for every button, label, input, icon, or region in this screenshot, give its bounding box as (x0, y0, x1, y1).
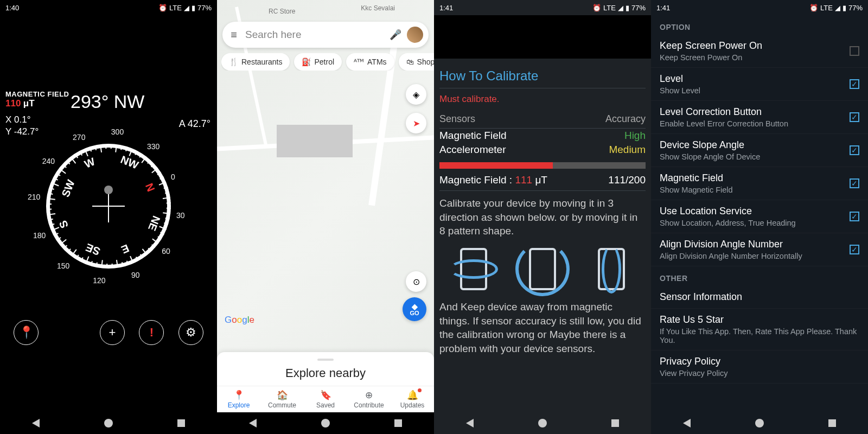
magnetic-bar-fill (439, 162, 553, 169)
layers-button[interactable]: ◈ (406, 84, 426, 105)
add-button[interactable]: + (100, 320, 125, 345)
tab-updates[interactable]: 🔔Updates (391, 390, 434, 409)
degree-label: 210 (28, 193, 40, 201)
category-chip[interactable]: ⛽Petrol (294, 53, 342, 71)
setting-row[interactable]: Use Location ServiceShow Location, Addre… (651, 200, 868, 233)
recents-icon[interactable] (828, 419, 836, 427)
a-angle: A 42.7° (179, 118, 210, 130)
map-label: Kkc Sevalai (361, 4, 395, 12)
gear-icon: ⚙ (186, 326, 196, 340)
menu-icon[interactable]: ≡ (228, 29, 240, 41)
nav-bar (434, 412, 651, 434)
recents-icon[interactable] (394, 419, 402, 427)
drag-handle-icon[interactable] (317, 359, 334, 361)
degree-label: 120 (93, 276, 105, 285)
chip-label: ATMs (367, 58, 387, 66)
category-chip[interactable]: 🛍Shopp (399, 53, 434, 71)
google-logo: Google (225, 315, 254, 326)
calibrate-instructions-1: Calibrate your device by moving it in 3 … (439, 191, 646, 244)
magnetic-field-unit: μT (23, 98, 35, 108)
search-bar[interactable]: ≡ Search here 🎤 (222, 22, 429, 48)
checkbox-icon[interactable] (850, 46, 859, 56)
setting-row[interactable]: Align Division Angle NumberAlign Divisio… (651, 233, 868, 266)
home-icon[interactable] (538, 419, 547, 427)
setting-subtitle: Align Division Angle Number Horizontally (660, 252, 802, 260)
category-chip[interactable]: 🍴Restaurants (221, 53, 290, 71)
setting-row[interactable]: Device Slope AngleShow Slope Angle Of De… (651, 134, 868, 167)
settings-screen: 1:41 ⏰ LTE ◢ ▮ 77% OPTION Keep Screen Po… (651, 0, 868, 434)
setting-row[interactable]: LevelShow Level✓ (651, 68, 868, 101)
magnetic-field-block: MAGNETIC FIELD 110 μT (5, 90, 69, 109)
settings-button[interactable]: ⚙ (178, 320, 203, 345)
calibrate-warning-button[interactable]: ! (139, 320, 164, 345)
layers-icon: ◈ (413, 90, 419, 100)
compass-dial[interactable]: 3003300306090120150180210240270NNEESESSW… (33, 130, 184, 282)
tab-commute[interactable]: 🏠Commute (260, 390, 304, 409)
target-icon: ⊙ (413, 277, 420, 287)
chip-icon: 🍴 (229, 58, 238, 66)
checkbox-icon[interactable]: ✓ (850, 145, 859, 155)
calibrate-screen: 1:41 ⏰ LTE ◢ ▮ 77% How To Calibrate Must… (434, 0, 651, 434)
magnetic-bar (439, 162, 646, 169)
chip-label: Petrol (314, 58, 334, 66)
setting-subtitle: Enable Level Error Correction Button (660, 119, 788, 128)
recents-icon[interactable] (177, 419, 185, 427)
back-icon[interactable] (249, 419, 257, 427)
calibrate-motions (439, 244, 646, 295)
plus-icon: + (109, 326, 116, 340)
degree-label: 330 (147, 142, 159, 151)
battery-pct: 77% (848, 4, 863, 12)
tab-contribute[interactable]: ⊕Contribute (347, 390, 391, 409)
setting-title: Privacy Policy (660, 356, 727, 367)
go-button[interactable]: ◆ GO (403, 297, 426, 321)
home-icon[interactable] (321, 419, 330, 427)
back-icon[interactable] (466, 419, 474, 427)
setting-row[interactable]: Keep Screen Power OnKeep Screen Power On (651, 35, 868, 68)
checkbox-icon[interactable]: ✓ (850, 212, 859, 221)
alarm-icon: ⏰ (158, 4, 167, 12)
back-icon[interactable] (32, 419, 40, 427)
recents-icon[interactable] (611, 419, 619, 427)
status-bar: 1:41 ⏰ LTE ◢ ▮ 77% (651, 0, 868, 15)
alarm-icon: ⏰ (592, 4, 601, 12)
exclamation-icon: ! (150, 326, 154, 340)
section-header-option: OPTION (651, 15, 868, 35)
degree-label: 240 (42, 157, 55, 165)
location-button[interactable]: 📍 (14, 320, 39, 345)
setting-title: Level (660, 73, 700, 85)
home-icon[interactable] (104, 419, 113, 427)
checkbox-icon[interactable]: ✓ (850, 112, 859, 122)
setting-subtitle: If You Like This App. Then, Rate This Ap… (660, 327, 859, 344)
directions-icon: ◆ (412, 303, 418, 310)
rotate-arrow-icon (449, 259, 498, 279)
network-label: LTE (603, 4, 616, 12)
battery-pct: 77% (197, 4, 212, 12)
setting-row[interactable]: Level Correction ButtonEnable Level Erro… (651, 101, 868, 134)
north-button[interactable]: ➤ (406, 113, 426, 133)
setting-subtitle: Show Location, Address, True Heading (660, 219, 796, 227)
tab-saved[interactable]: 🔖Saved (304, 390, 347, 409)
magnetic-field-label: MAGNETIC FIELD (5, 90, 69, 98)
tab-explore[interactable]: 📍Explore (217, 390, 260, 409)
nav-bar (217, 412, 434, 434)
rotate-arrow-icon (515, 242, 570, 296)
setting-title: Level Correction Button (660, 106, 788, 118)
must-calibrate-label: Must calibrate. (439, 88, 646, 110)
tab-label: Commute (268, 401, 296, 409)
bottom-sheet[interactable]: Explore nearby 📍Explore🏠Commute🔖Saved⊕Co… (217, 352, 434, 412)
setting-row[interactable]: Privacy PolicyView Privacy Policy (651, 350, 868, 384)
avatar[interactable] (407, 27, 423, 43)
mylocation-button[interactable]: ⊙ (406, 271, 426, 292)
home-icon[interactable] (755, 419, 764, 427)
setting-row[interactable]: Magnetic FieldShow Magnetic Field✓ (651, 167, 868, 200)
mic-icon[interactable]: 🎤 (390, 29, 401, 41)
setting-row[interactable]: Rate Us 5 StarIf You Like This App. Then… (651, 309, 868, 350)
checkbox-icon[interactable]: ✓ (850, 178, 859, 188)
sensor-accuracy: High (624, 130, 646, 142)
checkbox-icon[interactable]: ✓ (850, 245, 859, 254)
checkbox-icon[interactable]: ✓ (850, 79, 859, 89)
calibrate-instructions-2: And Keep device away from magnetic thing… (439, 295, 646, 361)
category-chip[interactable]: ᴬᵀᴹATMs (346, 53, 394, 71)
back-icon[interactable] (683, 419, 691, 427)
setting-row[interactable]: Sensor Information (651, 286, 868, 309)
